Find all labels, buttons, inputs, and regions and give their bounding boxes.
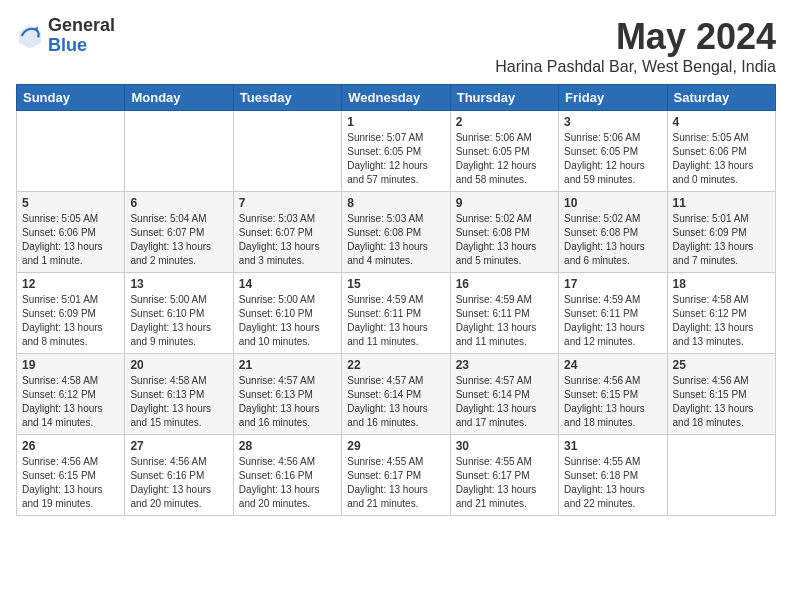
day-info: Sunrise: 5:05 AM Sunset: 6:06 PM Dayligh… [673, 131, 770, 187]
day-number: 28 [239, 439, 336, 453]
calendar-cell: 21Sunrise: 4:57 AM Sunset: 6:13 PM Dayli… [233, 354, 341, 435]
location-title: Harina Pashdal Bar, West Bengal, India [495, 58, 776, 76]
day-info: Sunrise: 5:00 AM Sunset: 6:10 PM Dayligh… [130, 293, 227, 349]
day-number: 16 [456, 277, 553, 291]
day-info: Sunrise: 5:03 AM Sunset: 6:08 PM Dayligh… [347, 212, 444, 268]
day-info: Sunrise: 5:02 AM Sunset: 6:08 PM Dayligh… [456, 212, 553, 268]
day-number: 10 [564, 196, 661, 210]
day-number: 30 [456, 439, 553, 453]
day-number: 17 [564, 277, 661, 291]
calendar-cell: 20Sunrise: 4:58 AM Sunset: 6:13 PM Dayli… [125, 354, 233, 435]
day-info: Sunrise: 4:59 AM Sunset: 6:11 PM Dayligh… [564, 293, 661, 349]
day-info: Sunrise: 4:55 AM Sunset: 6:17 PM Dayligh… [347, 455, 444, 511]
calendar-cell: 30Sunrise: 4:55 AM Sunset: 6:17 PM Dayli… [450, 435, 558, 516]
calendar-cell: 22Sunrise: 4:57 AM Sunset: 6:14 PM Dayli… [342, 354, 450, 435]
day-info: Sunrise: 4:56 AM Sunset: 6:15 PM Dayligh… [564, 374, 661, 430]
title-block: May 2024 Harina Pashdal Bar, West Bengal… [495, 16, 776, 76]
day-number: 31 [564, 439, 661, 453]
day-info: Sunrise: 4:57 AM Sunset: 6:14 PM Dayligh… [456, 374, 553, 430]
day-number: 22 [347, 358, 444, 372]
day-info: Sunrise: 4:59 AM Sunset: 6:11 PM Dayligh… [456, 293, 553, 349]
calendar-cell: 24Sunrise: 4:56 AM Sunset: 6:15 PM Dayli… [559, 354, 667, 435]
calendar-cell: 23Sunrise: 4:57 AM Sunset: 6:14 PM Dayli… [450, 354, 558, 435]
day-number: 11 [673, 196, 770, 210]
day-info: Sunrise: 5:03 AM Sunset: 6:07 PM Dayligh… [239, 212, 336, 268]
calendar-cell: 14Sunrise: 5:00 AM Sunset: 6:10 PM Dayli… [233, 273, 341, 354]
day-info: Sunrise: 5:07 AM Sunset: 6:05 PM Dayligh… [347, 131, 444, 187]
logo-blue: Blue [48, 36, 115, 56]
calendar-cell: 12Sunrise: 5:01 AM Sunset: 6:09 PM Dayli… [17, 273, 125, 354]
day-info: Sunrise: 4:56 AM Sunset: 6:15 PM Dayligh… [673, 374, 770, 430]
day-number: 2 [456, 115, 553, 129]
day-number: 4 [673, 115, 770, 129]
calendar-cell: 29Sunrise: 4:55 AM Sunset: 6:17 PM Dayli… [342, 435, 450, 516]
calendar-cell: 1Sunrise: 5:07 AM Sunset: 6:05 PM Daylig… [342, 111, 450, 192]
calendar-cell: 16Sunrise: 4:59 AM Sunset: 6:11 PM Dayli… [450, 273, 558, 354]
day-number: 1 [347, 115, 444, 129]
day-number: 23 [456, 358, 553, 372]
calendar-week-row: 12Sunrise: 5:01 AM Sunset: 6:09 PM Dayli… [17, 273, 776, 354]
calendar-cell: 17Sunrise: 4:59 AM Sunset: 6:11 PM Dayli… [559, 273, 667, 354]
day-info: Sunrise: 4:58 AM Sunset: 6:13 PM Dayligh… [130, 374, 227, 430]
calendar-cell: 18Sunrise: 4:58 AM Sunset: 6:12 PM Dayli… [667, 273, 775, 354]
calendar-cell: 7Sunrise: 5:03 AM Sunset: 6:07 PM Daylig… [233, 192, 341, 273]
day-number: 27 [130, 439, 227, 453]
logo-icon [16, 22, 44, 50]
calendar-week-row: 26Sunrise: 4:56 AM Sunset: 6:15 PM Dayli… [17, 435, 776, 516]
calendar-cell: 8Sunrise: 5:03 AM Sunset: 6:08 PM Daylig… [342, 192, 450, 273]
day-info: Sunrise: 4:56 AM Sunset: 6:16 PM Dayligh… [239, 455, 336, 511]
weekday-header: Tuesday [233, 85, 341, 111]
calendar-cell [125, 111, 233, 192]
calendar-cell: 26Sunrise: 4:56 AM Sunset: 6:15 PM Dayli… [17, 435, 125, 516]
day-info: Sunrise: 5:02 AM Sunset: 6:08 PM Dayligh… [564, 212, 661, 268]
day-number: 12 [22, 277, 119, 291]
day-number: 8 [347, 196, 444, 210]
calendar-cell: 11Sunrise: 5:01 AM Sunset: 6:09 PM Dayli… [667, 192, 775, 273]
day-number: 18 [673, 277, 770, 291]
day-info: Sunrise: 4:58 AM Sunset: 6:12 PM Dayligh… [22, 374, 119, 430]
day-number: 15 [347, 277, 444, 291]
calendar-week-row: 5Sunrise: 5:05 AM Sunset: 6:06 PM Daylig… [17, 192, 776, 273]
day-number: 19 [22, 358, 119, 372]
calendar-cell [667, 435, 775, 516]
calendar-cell: 28Sunrise: 4:56 AM Sunset: 6:16 PM Dayli… [233, 435, 341, 516]
calendar-cell: 27Sunrise: 4:56 AM Sunset: 6:16 PM Dayli… [125, 435, 233, 516]
day-number: 26 [22, 439, 119, 453]
day-info: Sunrise: 5:01 AM Sunset: 6:09 PM Dayligh… [673, 212, 770, 268]
day-info: Sunrise: 4:55 AM Sunset: 6:17 PM Dayligh… [456, 455, 553, 511]
calendar-week-row: 1Sunrise: 5:07 AM Sunset: 6:05 PM Daylig… [17, 111, 776, 192]
weekday-header: Wednesday [342, 85, 450, 111]
day-info: Sunrise: 4:57 AM Sunset: 6:14 PM Dayligh… [347, 374, 444, 430]
calendar-cell: 13Sunrise: 5:00 AM Sunset: 6:10 PM Dayli… [125, 273, 233, 354]
day-number: 5 [22, 196, 119, 210]
day-number: 9 [456, 196, 553, 210]
calendar-cell: 9Sunrise: 5:02 AM Sunset: 6:08 PM Daylig… [450, 192, 558, 273]
day-number: 20 [130, 358, 227, 372]
day-number: 24 [564, 358, 661, 372]
day-number: 25 [673, 358, 770, 372]
day-info: Sunrise: 4:58 AM Sunset: 6:12 PM Dayligh… [673, 293, 770, 349]
day-info: Sunrise: 5:06 AM Sunset: 6:05 PM Dayligh… [456, 131, 553, 187]
calendar-cell: 10Sunrise: 5:02 AM Sunset: 6:08 PM Dayli… [559, 192, 667, 273]
logo-general: General [48, 16, 115, 36]
calendar-cell: 2Sunrise: 5:06 AM Sunset: 6:05 PM Daylig… [450, 111, 558, 192]
day-info: Sunrise: 5:06 AM Sunset: 6:05 PM Dayligh… [564, 131, 661, 187]
day-number: 7 [239, 196, 336, 210]
day-info: Sunrise: 5:05 AM Sunset: 6:06 PM Dayligh… [22, 212, 119, 268]
logo-text: General Blue [48, 16, 115, 56]
day-number: 29 [347, 439, 444, 453]
calendar-cell: 3Sunrise: 5:06 AM Sunset: 6:05 PM Daylig… [559, 111, 667, 192]
calendar-cell: 5Sunrise: 5:05 AM Sunset: 6:06 PM Daylig… [17, 192, 125, 273]
day-info: Sunrise: 4:56 AM Sunset: 6:16 PM Dayligh… [130, 455, 227, 511]
calendar-cell: 31Sunrise: 4:55 AM Sunset: 6:18 PM Dayli… [559, 435, 667, 516]
calendar-header-row: SundayMondayTuesdayWednesdayThursdayFrid… [17, 85, 776, 111]
day-number: 13 [130, 277, 227, 291]
calendar-week-row: 19Sunrise: 4:58 AM Sunset: 6:12 PM Dayli… [17, 354, 776, 435]
day-number: 21 [239, 358, 336, 372]
calendar-cell [233, 111, 341, 192]
day-info: Sunrise: 4:56 AM Sunset: 6:15 PM Dayligh… [22, 455, 119, 511]
day-info: Sunrise: 5:00 AM Sunset: 6:10 PM Dayligh… [239, 293, 336, 349]
day-info: Sunrise: 4:55 AM Sunset: 6:18 PM Dayligh… [564, 455, 661, 511]
weekday-header: Monday [125, 85, 233, 111]
calendar-cell [17, 111, 125, 192]
